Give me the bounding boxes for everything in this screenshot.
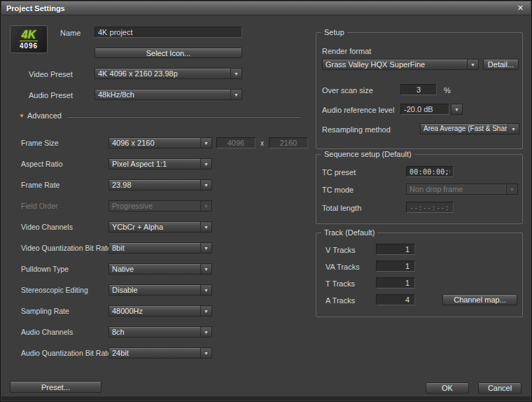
tc-preset-input[interactable] <box>406 166 454 177</box>
audio-channels-row: Audio Channels 8ch ▼ <box>21 326 308 338</box>
audio-quantization-label: Audio Quantization Bit Rate <box>21 349 108 357</box>
va-tracks-input[interactable] <box>376 261 415 272</box>
title-bar: Project Settings ✕ <box>1 1 531 15</box>
audio-reference-label: Audio reference level <box>322 106 394 114</box>
pulldown-type-label: Pulldown Type <box>21 265 108 273</box>
advanced-form: Frame Size 4096 x 2160 ▼ x Aspect Ratio … <box>21 137 308 368</box>
audio-reference-spinner[interactable]: ▼ <box>451 104 463 115</box>
field-order-label: Field Order <box>21 202 108 210</box>
name-label: Name <box>60 29 80 37</box>
frame-rate-value: 23.98 <box>109 180 200 190</box>
resampling-value: Area Average (Fast & Sharp) <box>421 124 507 134</box>
sampling-rate-row: Sampling Rate 48000Hz ▼ <box>21 305 308 317</box>
video-quantization-dropdown[interactable]: 8bit ▼ <box>108 242 212 254</box>
chevron-down-icon: ▼ <box>200 201 211 211</box>
chevron-down-icon: ▼ <box>200 264 211 274</box>
chevron-down-icon: ▼ <box>451 104 462 114</box>
chevron-down-icon: ▼ <box>230 90 241 99</box>
cancel-button[interactable]: Cancel <box>478 382 522 394</box>
audio-preset-dropdown[interactable]: 48kHz/8ch ▼ <box>94 89 242 100</box>
chevron-down-icon: ▼ <box>230 69 241 78</box>
va-tracks-label: VA Tracks <box>326 263 360 271</box>
audio-preset-label: Audio Preset <box>29 91 73 99</box>
a-tracks-input[interactable] <box>376 294 415 305</box>
pulldown-type-dropdown[interactable]: Native ▼ <box>108 263 212 275</box>
aspect-ratio-row: Aspect Ratio Pixel Aspect 1:1 ▼ <box>21 158 308 169</box>
chevron-down-icon: ▼ <box>200 138 211 148</box>
advanced-section-label[interactable]: Advanced <box>27 111 62 120</box>
sampling-rate-label: Sampling Rate <box>21 307 108 315</box>
render-format-dropdown[interactable]: Grass Valley HQX SuperFine ▼ <box>322 59 479 70</box>
video-preset-value: 4K 4096 x 2160 23.98p <box>95 69 230 78</box>
video-channels-row: Video Channels YCbCr + Alpha ▼ <box>21 221 308 233</box>
t-tracks-input[interactable] <box>376 277 415 289</box>
tc-mode-dropdown: Non drop frame ▼ <box>406 183 518 195</box>
detail-button[interactable]: Detail... <box>483 59 519 70</box>
overscan-unit-label: % <box>444 86 451 95</box>
total-length-label: Total length <box>322 204 361 212</box>
project-icon-4k: 4K 4096 <box>10 25 48 53</box>
resampling-dropdown[interactable]: Area Average (Fast & Sharp) ▼ <box>420 123 519 134</box>
channel-map-button[interactable]: Channel map... <box>442 294 517 305</box>
tc-mode-value: Non drop frame <box>407 184 506 194</box>
stereoscopic-value: Disable <box>109 285 200 295</box>
video-preset-dropdown[interactable]: 4K 4096 x 2160 23.98p ▼ <box>94 68 242 79</box>
audio-reference-input[interactable] <box>400 104 449 115</box>
audio-preset-value: 48kHz/8ch <box>95 90 230 99</box>
audio-quantization-value: 24bit <box>109 348 200 358</box>
pulldown-type-value: Native <box>109 264 200 274</box>
ok-button[interactable]: OK <box>426 382 469 394</box>
field-order-row: Field Order Progressive ▼ <box>21 200 308 212</box>
frame-rate-dropdown[interactable]: 23.98 ▼ <box>108 179 212 190</box>
aspect-ratio-value: Pixel Aspect 1:1 <box>109 159 200 169</box>
preset-button[interactable]: Preset... <box>10 381 102 393</box>
stereoscopic-row: Stereoscopic Editing Disable ▼ <box>21 284 308 296</box>
track-group-label: Track (Default) <box>321 228 377 237</box>
total-length-input <box>406 202 454 213</box>
chevron-down-icon: ▼ <box>200 180 211 190</box>
frame-size-row: Frame Size 4096 x 2160 ▼ x <box>21 137 308 148</box>
frame-size-dropdown[interactable]: 4096 x 2160 ▼ <box>108 137 212 148</box>
video-quantization-value: 8bit <box>109 243 200 253</box>
audio-quantization-row: Audio Quantization Bit Rate 24bit ▼ <box>21 347 308 359</box>
frame-width-input <box>216 137 255 148</box>
overscan-label: Over scan size <box>322 86 373 95</box>
field-order-value: Progressive <box>109 201 200 211</box>
chevron-down-icon: ▼ <box>467 60 478 69</box>
overscan-input[interactable] <box>400 84 437 95</box>
name-input[interactable] <box>94 27 242 38</box>
chevron-down-icon: ▼ <box>200 327 211 337</box>
resampling-label: Resampling method <box>322 125 391 134</box>
chevron-down-icon: ▼ <box>200 306 211 316</box>
frame-rate-label: Frame Rate <box>21 181 108 189</box>
setup-group-label: Setup <box>321 28 347 36</box>
v-tracks-input[interactable] <box>376 244 415 255</box>
video-channels-dropdown[interactable]: YCbCr + Alpha ▼ <box>108 221 212 233</box>
sampling-rate-dropdown[interactable]: 48000Hz ▼ <box>108 305 212 317</box>
frame-size-label: Frame Size <box>21 139 108 147</box>
render-format-label: Render format <box>322 47 371 55</box>
chevron-down-icon: ▼ <box>200 159 211 169</box>
audio-quantization-dropdown[interactable]: 24bit ▼ <box>108 347 212 359</box>
close-icon[interactable]: ✕ <box>515 4 526 13</box>
tc-preset-label: TC preset <box>322 168 356 176</box>
t-tracks-label: T Tracks <box>326 279 355 288</box>
chevron-down-icon: ▼ <box>506 184 517 194</box>
aspect-ratio-dropdown[interactable]: Pixel Aspect 1:1 ▼ <box>108 158 212 169</box>
audio-channels-dropdown[interactable]: 8ch ▼ <box>108 326 212 338</box>
a-tracks-label: A Tracks <box>326 296 355 305</box>
chevron-down-icon: ▼ <box>507 124 519 134</box>
sequence-group-label: Sequence setup (Default) <box>321 150 414 158</box>
stereoscopic-dropdown[interactable]: Disable ▼ <box>108 284 212 296</box>
project-icon-text-4k: 4K <box>22 29 36 41</box>
track-group: Track (Default) V Tracks VA Tracks T Tra… <box>316 233 523 317</box>
advanced-divider <box>68 116 300 118</box>
video-preset-label: Video Preset <box>29 70 73 78</box>
tc-mode-label: TC mode <box>322 186 354 194</box>
advanced-expander-icon[interactable]: ▼ <box>19 113 24 119</box>
select-icon-button[interactable]: Select Icon... <box>94 48 242 58</box>
dialog-title: Project Settings <box>6 4 65 13</box>
video-channels-label: Video Channels <box>21 223 108 231</box>
frame-rate-row: Frame Rate 23.98 ▼ <box>21 179 308 190</box>
chevron-down-icon: ▼ <box>200 243 211 253</box>
